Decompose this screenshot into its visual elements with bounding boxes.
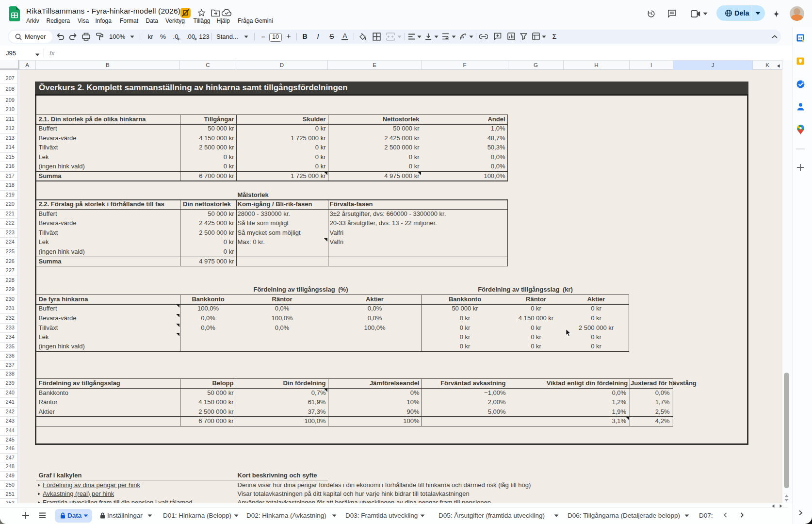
svg-text:A: A bbox=[461, 34, 465, 39]
svg-text:31: 31 bbox=[798, 36, 802, 40]
